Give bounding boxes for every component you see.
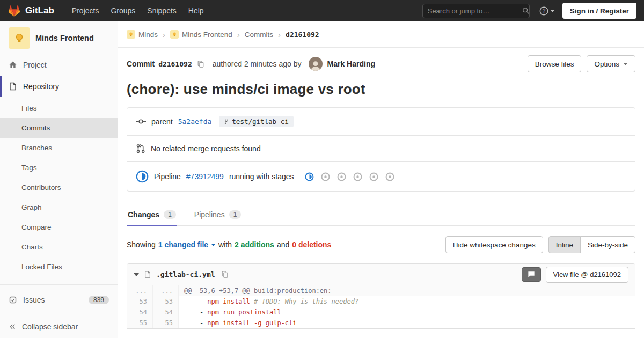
- stage-created-icon[interactable]: [385, 172, 394, 181]
- sidebar-item-branches[interactable]: Branches: [0, 138, 118, 158]
- stage-created-icon[interactable]: [369, 172, 378, 181]
- gitlab-logo[interactable]: GitLab: [8, 4, 54, 17]
- commit-tabs: Changes 1 Pipelines 1: [127, 203, 635, 226]
- issues-count-badge: 839: [89, 296, 109, 304]
- pipeline-id-link[interactable]: #73912499: [186, 172, 224, 181]
- collapse-diff-icon[interactable]: [134, 273, 139, 276]
- breadcrumb-separator: ›: [237, 30, 240, 39]
- branch-icon: [224, 119, 229, 125]
- main-content: Minds › Minds Frontend › Commits › d2161…: [118, 21, 644, 338]
- sidebar-project-name: Minds Frontend: [35, 34, 94, 42]
- nav-groups[interactable]: Groups: [105, 0, 141, 21]
- merge-request-row: No related merge requests found: [127, 135, 635, 161]
- new-line-number[interactable]: 53: [153, 296, 179, 307]
- collapse-sidebar-button[interactable]: Collapse sidebar: [0, 315, 118, 338]
- project-sidebar: Minds Frontend Project Repository Files …: [0, 21, 118, 338]
- global-search[interactable]: [422, 4, 530, 18]
- collapse-label: Collapse sidebar: [22, 322, 78, 331]
- sidebar-item-label: Issues: [23, 296, 45, 304]
- new-line-number[interactable]: 55: [153, 318, 179, 328]
- sidebar-project-link[interactable]: Minds Frontend: [0, 21, 118, 54]
- search-input[interactable]: [428, 7, 522, 15]
- pipelines-count-badge: 1: [229, 210, 241, 219]
- view-file-button[interactable]: View file @ d2161092: [546, 267, 628, 283]
- sidebar-item-compare[interactable]: Compare: [0, 217, 118, 237]
- nav-snippets[interactable]: Snippets: [141, 0, 182, 21]
- options-dropdown-button[interactable]: Options: [587, 55, 635, 72]
- sidebar-divider: [0, 284, 118, 285]
- sidebar-item-project[interactable]: Project: [0, 54, 118, 76]
- pipeline-stages: [305, 172, 394, 181]
- project-avatar: [9, 27, 30, 49]
- code-line: - npm install # TODO: Why is this needed…: [179, 296, 635, 307]
- tab-changes[interactable]: Changes 1: [127, 203, 177, 226]
- tab-pipelines[interactable]: Pipelines 1: [193, 203, 243, 226]
- branch-ref-pill[interactable]: test/gitlab-ci: [219, 116, 293, 127]
- copy-sha-button[interactable]: [196, 59, 206, 69]
- sidebar-item-files[interactable]: Files: [0, 98, 118, 118]
- stage-running-icon[interactable]: [305, 172, 314, 181]
- breadcrumb-minds[interactable]: Minds: [127, 30, 158, 39]
- home-icon: [9, 61, 17, 69]
- with-label: with: [218, 240, 232, 249]
- breadcrumb-commits[interactable]: Commits: [245, 31, 273, 39]
- diff-summary-bar: Showing 1 changed file with 2 additions …: [118, 226, 644, 263]
- stage-created-icon[interactable]: [337, 172, 346, 181]
- sidebar-item-locked-files[interactable]: Locked Files: [0, 257, 118, 277]
- old-line-number[interactable]: 53: [127, 296, 153, 307]
- diff-file-name: .gitlab-ci.yml: [156, 270, 215, 278]
- sidebar-item-label: Repository: [23, 82, 59, 91]
- old-line-number[interactable]: 55: [127, 318, 153, 328]
- browse-files-button[interactable]: Browse files: [528, 55, 582, 72]
- chevron-down-icon: [550, 10, 555, 12]
- stage-created-icon[interactable]: [353, 172, 362, 181]
- author-avatar[interactable]: [309, 57, 323, 71]
- side-by-side-view-button[interactable]: Side-by-side: [580, 236, 635, 253]
- commit-icon: [136, 117, 146, 126]
- and-label: and: [277, 240, 289, 249]
- sidebar-item-tags[interactable]: Tags: [0, 158, 118, 178]
- sidebar-item-issues[interactable]: Issues 839: [0, 289, 118, 311]
- breadcrumb-current-sha: d2161092: [286, 31, 319, 39]
- merge-request-icon: [136, 144, 145, 153]
- pipeline-row: Pipeline #73912499 running with stages: [127, 161, 635, 191]
- group-avatar: [127, 30, 135, 39]
- new-line-number: ...: [153, 285, 179, 296]
- diff-file-header: .gitlab-ci.yml View file @ d2161092: [127, 264, 635, 285]
- top-navbar: GitLab Projects Groups Snippets Help ? S…: [0, 0, 644, 21]
- sign-in-button[interactable]: Sign in / Register: [562, 3, 636, 19]
- question-icon: ?: [539, 6, 548, 16]
- old-line-number[interactable]: 54: [127, 307, 153, 318]
- author-name-link[interactable]: Mark Harding: [327, 60, 375, 68]
- collapse-icon: [9, 323, 16, 330]
- breadcrumb-separator: ›: [278, 30, 281, 39]
- nav-projects[interactable]: Projects: [66, 0, 105, 21]
- svg-text:?: ?: [542, 8, 545, 14]
- sidebar-item-repository[interactable]: Repository: [0, 76, 118, 97]
- sidebar-item-contributors[interactable]: Contributors: [0, 178, 118, 197]
- comment-bubble-icon: [528, 271, 535, 278]
- pipeline-status-text: running with stages: [229, 172, 294, 181]
- code-line: - npm run postinstall: [179, 307, 635, 318]
- new-line-number[interactable]: 54: [153, 307, 179, 318]
- sidebar-item-graph[interactable]: Graph: [0, 197, 118, 217]
- copy-file-path-button[interactable]: [220, 269, 230, 280]
- deletions-count: 0 deletions: [292, 240, 331, 249]
- repository-submenu: Files Commits Branches Tags Contributors…: [0, 97, 118, 279]
- project-mini-avatar: [170, 30, 179, 39]
- nav-help[interactable]: Help: [182, 0, 210, 21]
- toggle-comments-button[interactable]: [522, 267, 541, 282]
- parent-row: parent 5a2aefda test/gitlab-ci: [127, 108, 635, 135]
- sidebar-item-charts[interactable]: Charts: [0, 237, 118, 257]
- commit-sha: d2161092: [158, 60, 192, 68]
- sidebar-item-commits[interactable]: Commits: [0, 118, 118, 138]
- commit-info-box: parent 5a2aefda test/gitlab-ci No relate…: [127, 107, 635, 192]
- help-menu[interactable]: ?: [539, 6, 555, 16]
- breadcrumb-minds-frontend[interactable]: Minds Frontend: [170, 30, 232, 39]
- hide-whitespace-button[interactable]: Hide whitespace changes: [445, 236, 543, 253]
- pipeline-running-icon[interactable]: [136, 170, 149, 183]
- changed-files-dropdown[interactable]: 1 changed file: [158, 240, 216, 249]
- inline-view-button[interactable]: Inline: [548, 236, 581, 253]
- parent-sha-link[interactable]: 5a2aefda: [178, 117, 212, 126]
- stage-created-icon[interactable]: [321, 172, 330, 181]
